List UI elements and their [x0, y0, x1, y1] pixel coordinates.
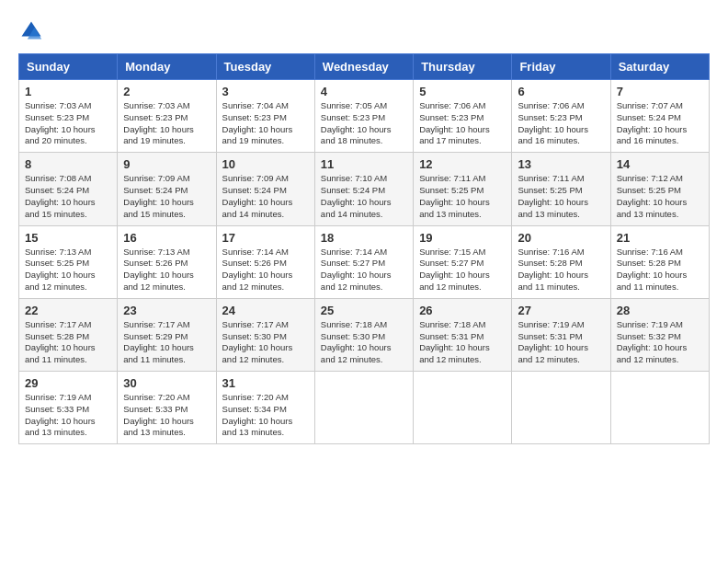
cell-info: Sunrise: 7:09 AMSunset: 5:24 PMDaylight:…: [123, 173, 194, 218]
calendar-cell: 15 Sunrise: 7:13 AMSunset: 5:25 PMDaylig…: [19, 225, 118, 298]
day-number: 19: [419, 231, 506, 245]
calendar-body: 1 Sunrise: 7:03 AMSunset: 5:23 PMDayligh…: [19, 80, 710, 444]
calendar-cell: 24 Sunrise: 7:17 AMSunset: 5:30 PMDaylig…: [216, 298, 314, 371]
day-number: 20: [518, 231, 604, 245]
calendar-cell: 22 Sunrise: 7:17 AMSunset: 5:28 PMDaylig…: [19, 298, 118, 371]
calendar-cell: 10 Sunrise: 7:09 AMSunset: 5:24 PMDaylig…: [216, 153, 314, 225]
calendar-cell: 2 Sunrise: 7:03 AMSunset: 5:23 PMDayligh…: [118, 80, 216, 153]
calendar-cell: 18 Sunrise: 7:14 AMSunset: 5:27 PMDaylig…: [314, 225, 413, 298]
calendar-cell: 19 Sunrise: 7:15 AMSunset: 5:27 PMDaylig…: [414, 225, 512, 298]
day-number: 5: [419, 85, 506, 98]
calendar-week: 1 Sunrise: 7:03 AMSunset: 5:23 PMDayligh…: [19, 80, 710, 153]
day-number: 6: [518, 85, 604, 98]
calendar-cell: 6 Sunrise: 7:06 AMSunset: 5:23 PMDayligh…: [512, 80, 610, 153]
calendar-cell: 7 Sunrise: 7:07 AMSunset: 5:24 PMDayligh…: [610, 80, 709, 153]
cell-info: Sunrise: 7:15 AMSunset: 5:27 PMDaylight:…: [419, 247, 490, 292]
cell-info: Sunrise: 7:06 AMSunset: 5:23 PMDaylight:…: [518, 100, 588, 145]
day-number: 23: [123, 304, 210, 317]
day-number: 26: [419, 304, 506, 317]
calendar-cell: 20 Sunrise: 7:16 AMSunset: 5:28 PMDaylig…: [512, 225, 610, 298]
day-number: 22: [25, 304, 111, 317]
calendar-cell: 27 Sunrise: 7:19 AMSunset: 5:31 PMDaylig…: [512, 298, 610, 371]
cell-info: Sunrise: 7:13 AMSunset: 5:25 PMDaylight:…: [25, 247, 96, 292]
calendar-cell: 9 Sunrise: 7:09 AMSunset: 5:24 PMDayligh…: [118, 153, 216, 225]
calendar-cell: 21 Sunrise: 7:16 AMSunset: 5:28 PMDaylig…: [610, 225, 709, 298]
day-number: 17: [222, 231, 309, 245]
day-number: 30: [123, 376, 210, 390]
calendar-cell: 13 Sunrise: 7:11 AMSunset: 5:25 PMDaylig…: [512, 153, 610, 225]
day-number: 31: [222, 376, 309, 390]
calendar-header: SundayMondayTuesdayWednesdayThursdayFrid…: [19, 54, 710, 80]
calendar-cell: 8 Sunrise: 7:08 AMSunset: 5:24 PMDayligh…: [19, 153, 118, 225]
cell-info: Sunrise: 7:19 AMSunset: 5:33 PMDaylight:…: [25, 392, 96, 437]
day-number: 9: [123, 157, 210, 171]
cell-info: Sunrise: 7:18 AMSunset: 5:31 PMDaylight:…: [419, 319, 490, 364]
calendar-week: 15 Sunrise: 7:13 AMSunset: 5:25 PMDaylig…: [19, 225, 710, 298]
cell-info: Sunrise: 7:20 AMSunset: 5:33 PMDaylight:…: [123, 392, 194, 437]
day-number: 29: [25, 376, 111, 390]
header-day: Tuesday: [216, 54, 314, 80]
cell-info: Sunrise: 7:07 AMSunset: 5:24 PMDaylight:…: [617, 100, 688, 145]
calendar-cell: 23 Sunrise: 7:17 AMSunset: 5:29 PMDaylig…: [118, 298, 216, 371]
day-number: 13: [518, 157, 604, 171]
calendar-cell: 31 Sunrise: 7:20 AMSunset: 5:34 PMDaylig…: [216, 372, 314, 444]
calendar-cell: 12 Sunrise: 7:11 AMSunset: 5:25 PMDaylig…: [414, 153, 512, 225]
day-number: 1: [25, 85, 111, 98]
day-number: 18: [321, 231, 407, 245]
cell-info: Sunrise: 7:13 AMSunset: 5:26 PMDaylight:…: [123, 247, 194, 292]
day-number: 2: [123, 85, 210, 98]
cell-info: Sunrise: 7:05 AMSunset: 5:23 PMDaylight:…: [321, 100, 392, 145]
day-number: 14: [617, 157, 703, 171]
calendar-cell: 1 Sunrise: 7:03 AMSunset: 5:23 PMDayligh…: [19, 80, 118, 153]
calendar-week: 29 Sunrise: 7:19 AMSunset: 5:33 PMDaylig…: [19, 372, 710, 444]
cell-info: Sunrise: 7:11 AMSunset: 5:25 PMDaylight:…: [518, 173, 588, 218]
cell-info: Sunrise: 7:16 AMSunset: 5:28 PMDaylight:…: [518, 247, 588, 292]
calendar-cell: 17 Sunrise: 7:14 AMSunset: 5:26 PMDaylig…: [216, 225, 314, 298]
cell-info: Sunrise: 7:19 AMSunset: 5:31 PMDaylight:…: [518, 319, 588, 364]
cell-info: Sunrise: 7:20 AMSunset: 5:34 PMDaylight:…: [222, 392, 293, 437]
cell-info: Sunrise: 7:17 AMSunset: 5:30 PMDaylight:…: [222, 319, 293, 364]
day-number: 16: [123, 231, 210, 245]
cell-info: Sunrise: 7:03 AMSunset: 5:23 PMDaylight:…: [25, 100, 96, 145]
cell-info: Sunrise: 7:19 AMSunset: 5:32 PMDaylight:…: [617, 319, 688, 364]
calendar-cell: 4 Sunrise: 7:05 AMSunset: 5:23 PMDayligh…: [314, 80, 413, 153]
day-number: 25: [321, 304, 407, 317]
page-header: [18, 18, 710, 44]
day-number: 27: [518, 304, 604, 317]
day-number: 8: [25, 157, 111, 171]
calendar-cell: 28 Sunrise: 7:19 AMSunset: 5:32 PMDaylig…: [610, 298, 709, 371]
day-number: 10: [222, 157, 309, 171]
cell-info: Sunrise: 7:14 AMSunset: 5:26 PMDaylight:…: [222, 247, 293, 292]
cell-info: Sunrise: 7:04 AMSunset: 5:23 PMDaylight:…: [222, 100, 293, 145]
cell-info: Sunrise: 7:10 AMSunset: 5:24 PMDaylight:…: [321, 173, 392, 218]
day-number: 12: [419, 157, 506, 171]
calendar-week: 22 Sunrise: 7:17 AMSunset: 5:28 PMDaylig…: [19, 298, 710, 371]
cell-info: Sunrise: 7:11 AMSunset: 5:25 PMDaylight:…: [419, 173, 490, 218]
cell-info: Sunrise: 7:06 AMSunset: 5:23 PMDaylight:…: [419, 100, 490, 145]
cell-info: Sunrise: 7:16 AMSunset: 5:28 PMDaylight:…: [617, 247, 688, 292]
header-day: Friday: [512, 54, 610, 80]
calendar-cell: 11 Sunrise: 7:10 AMSunset: 5:24 PMDaylig…: [314, 153, 413, 225]
cell-info: Sunrise: 7:14 AMSunset: 5:27 PMDaylight:…: [321, 247, 392, 292]
cell-info: Sunrise: 7:08 AMSunset: 5:24 PMDaylight:…: [25, 173, 96, 218]
header-day: Thursday: [414, 54, 512, 80]
day-number: 24: [222, 304, 309, 317]
calendar-cell: 5 Sunrise: 7:06 AMSunset: 5:23 PMDayligh…: [414, 80, 512, 153]
header-day: Monday: [118, 54, 216, 80]
cell-info: Sunrise: 7:18 AMSunset: 5:30 PMDaylight:…: [321, 319, 392, 364]
calendar-cell: 3 Sunrise: 7:04 AMSunset: 5:23 PMDayligh…: [216, 80, 314, 153]
calendar-cell: [610, 372, 709, 444]
day-number: 15: [25, 231, 111, 245]
header-day: Sunday: [19, 54, 118, 80]
calendar-cell: 26 Sunrise: 7:18 AMSunset: 5:31 PMDaylig…: [414, 298, 512, 371]
day-number: 3: [222, 85, 309, 98]
day-number: 11: [321, 157, 407, 171]
header-row: SundayMondayTuesdayWednesdayThursdayFrid…: [19, 54, 710, 80]
calendar-cell: [512, 372, 610, 444]
day-number: 4: [321, 85, 407, 98]
calendar-cell: 25 Sunrise: 7:18 AMSunset: 5:30 PMDaylig…: [314, 298, 413, 371]
logo-icon: [18, 18, 44, 44]
cell-info: Sunrise: 7:17 AMSunset: 5:29 PMDaylight:…: [123, 319, 194, 364]
calendar-week: 8 Sunrise: 7:08 AMSunset: 5:24 PMDayligh…: [19, 153, 710, 225]
calendar-cell: 29 Sunrise: 7:19 AMSunset: 5:33 PMDaylig…: [19, 372, 118, 444]
